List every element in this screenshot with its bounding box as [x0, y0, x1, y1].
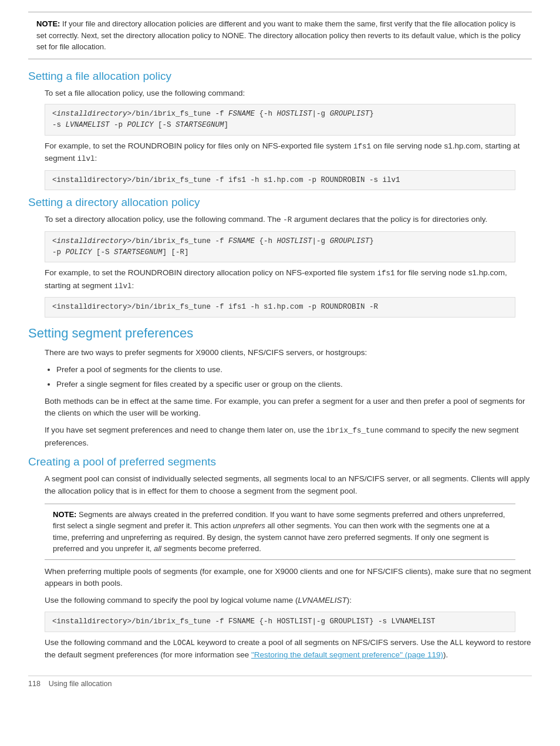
section4-note-box: NOTE: Segments are always created in the…: [45, 504, 515, 560]
section4-all: ALL: [450, 639, 464, 647]
section1-example-text: For example, to set the ROUNDROBIN polic…: [45, 140, 532, 166]
section2-heading: Setting a directory allocation policy: [28, 196, 532, 209]
section3-para1: Both methods can be in effect at the sam…: [45, 396, 532, 420]
section3-bullet-1: Prefer a pool of segments for the client…: [56, 364, 532, 376]
page-footer: 118 Using file allocation: [28, 676, 532, 688]
section4-intro: A segment pool can consist of individual…: [45, 473, 532, 498]
section2-example-text: For example, to set the ROUNDROBIN direc…: [45, 267, 532, 292]
section4-note-label: NOTE:: [53, 510, 76, 519]
section4-para2: Use the following command to specify the…: [45, 595, 532, 607]
section2-code2-text: <installdirectory>/bin/ibrix_fs_tune -f …: [52, 303, 378, 311]
section4-note-text: Segments are always created in the prefe…: [53, 510, 505, 553]
section1-code1-text: <installdirectory>/bin/ibrix_fs_tune -f …: [52, 110, 374, 129]
section3-para2: If you have set segment preferences and …: [45, 424, 532, 449]
section2-code1: <installdirectory>/bin/ibrix_fs_tune -f …: [45, 231, 515, 263]
page-container: NOTE: If your file and directory allocat…: [0, 0, 560, 706]
section4-lvnamelist: LVNAMELIST: [298, 596, 346, 605]
section3-bullet-2: Prefer a single segment for files create…: [56, 379, 532, 391]
section3-ibrix-tune: ibrix_fs_tune: [326, 427, 384, 435]
section3-bullets: Prefer a pool of segments for the client…: [56, 364, 532, 391]
section2-r-arg: -R: [283, 216, 292, 224]
top-note-box: NOTE: If your file and directory allocat…: [28, 12, 532, 59]
section2-code2: <installdirectory>/bin/ibrix_fs_tune -f …: [45, 297, 515, 318]
section4-para3: Use the following command and the LOCAL …: [45, 637, 532, 661]
footer-page: 118: [28, 680, 41, 688]
section1-code1: <installdirectory>/bin/ibrix_fs_tune -f …: [45, 104, 515, 136]
section2-code1-text: <installdirectory>/bin/ibrix_fs_tune -f …: [52, 237, 374, 256]
section4-local: LOCAL: [173, 639, 195, 647]
section1-ilvl: ilvl: [77, 155, 95, 163]
section1-code2-text: <installdirectory>/bin/ibrix_fs_tune -f …: [52, 176, 400, 184]
section4-para1: When preferring multiple pools of segmen…: [45, 566, 532, 590]
footer-text: Using file allocation: [49, 680, 112, 688]
section1-ifs1: ifs1: [353, 143, 371, 151]
section4-heading: Creating a pool of preferred segments: [28, 455, 532, 468]
section1-intro: To set a file allocation policy, use the…: [45, 87, 532, 100]
section1-code2: <installdirectory>/bin/ibrix_fs_tune -f …: [45, 170, 515, 191]
section3-intro: There are two ways to prefer segments fo…: [45, 347, 532, 359]
section2-ifs1: ifs1: [377, 269, 394, 278]
section2-intro: To set a directory allocation policy, us…: [45, 214, 532, 226]
section1-heading: Setting a file allocation policy: [28, 70, 532, 83]
section4-code1: <installdirectory>/bin/ibrix_fs_tune -f …: [45, 612, 515, 632]
top-note-text: If your file and directory allocation po…: [36, 19, 521, 51]
section4-code1-text: <installdirectory>/bin/ibrix_fs_tune -f …: [52, 617, 436, 626]
section4-link[interactable]: "Restoring the default segment preferenc…: [251, 650, 443, 659]
top-note-label: NOTE:: [36, 19, 60, 28]
section2-ilvl: ilvl: [114, 282, 132, 291]
section3-heading: Setting segment preferences: [28, 326, 532, 341]
